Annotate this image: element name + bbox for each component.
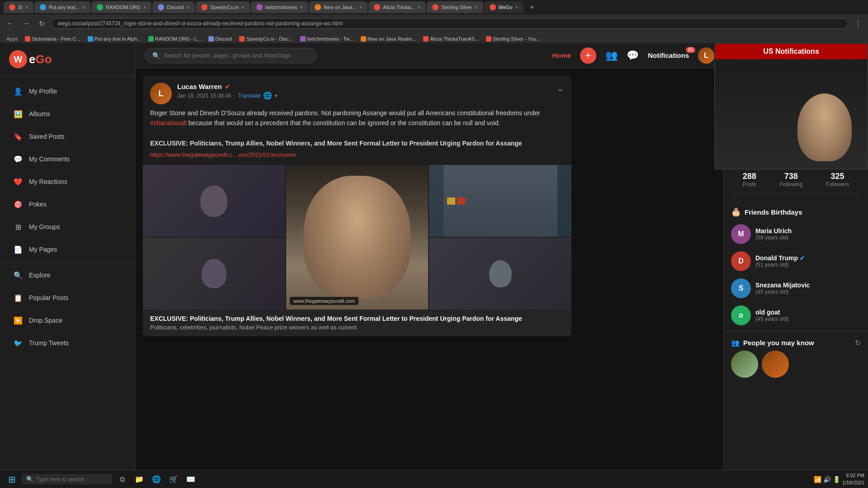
reload-button[interactable]: ↻ (36, 18, 47, 30)
post-author-name: Lucas Warren ✔ (177, 83, 551, 90)
browser-tabs: Sl × Put any text... × RANDOM.ORG × Disc… (0, 0, 868, 14)
tab-discord[interactable]: Discord × (152, 1, 195, 13)
webcam-content: US Notifications (715, 44, 867, 169)
bookmark-speedyco[interactable]: SpeedyCo.in - Disc... (236, 35, 295, 42)
add-post-button[interactable]: + (580, 47, 596, 64)
search-container[interactable]: 🔍 (145, 48, 316, 63)
bookmark-java[interactable]: New on Java Realm... (358, 35, 419, 42)
taskbar-clock[interactable]: 9:02 PM 1/18/2021 (842, 472, 864, 486)
tab-wego[interactable]: WeGo × (484, 1, 524, 13)
reactions-icon: ❤️ (13, 176, 24, 187)
taskbar-explorer-icon[interactable]: 📁 (131, 471, 147, 488)
tab-new[interactable]: + (524, 0, 539, 14)
taskbar-search-container[interactable]: 🔍 (22, 474, 112, 484)
post-header: L Lucas Warren ✔ Jan 18, 2021 15:38:46 ·… (143, 75, 571, 108)
home-button[interactable]: Home (552, 52, 571, 59)
saved-icon: 🔖 (13, 131, 24, 142)
network-icon: 📶 (814, 476, 821, 483)
followers-label: Followers (826, 181, 849, 188)
browser-chrome: Sl × Put any text... × RANDOM.ORG × Disc… (0, 0, 868, 43)
sidebar-label-explore: Explore (29, 272, 50, 279)
sidebar-label-mypages: My Pages (29, 246, 57, 253)
bookmark-twitch[interactable]: twitchmrbones - Tw... (297, 35, 356, 42)
sidebar-divider (0, 262, 135, 263)
store-icon: 🛒 (169, 475, 178, 483)
feed-area: L Lucas Warren ✔ Jan 18, 2021 15:38:46 ·… (136, 68, 579, 488)
sidebar-item-mycomments[interactable]: 💬 My Comments (4, 148, 132, 170)
sidebar-label-mygroups: My Groups (29, 223, 60, 230)
birthday-item-snezana: S Snezana Mijatovic (45 years old) (724, 275, 868, 302)
sidebar-item-trumptweets[interactable]: 🐦 Trump Tweets (4, 332, 132, 354)
system-tray: 📶 🔊 🔋 (814, 476, 840, 483)
birthdays-section-header: 🎂 Friends Birthdays (724, 201, 868, 221)
sidebar-item-savedposts[interactable]: 🔖 Saved Posts (4, 126, 132, 147)
post-meta: Lucas Warren ✔ Jan 18, 2021 15:38:46 · T… (177, 83, 551, 100)
post-link[interactable]: https://www.thegatewaypundit.c....om/202… (150, 150, 564, 160)
birthdays-title: Friends Birthdays (745, 208, 802, 216)
snezana-avatar: S (731, 278, 751, 298)
bookmark-discord[interactable]: Discord (206, 35, 235, 42)
notifications-button[interactable]: Notifications 85 (648, 52, 689, 59)
sidebar-item-myreactions[interactable]: ❤️ My Reactions (4, 171, 132, 192)
post-hashtag[interactable]: #sharialawall (150, 119, 187, 127)
tab-puttextinalph[interactable]: Put any text... × (34, 1, 90, 13)
image-cell-center: www.thegatewaypundit.com (286, 165, 429, 310)
tab-random[interactable]: RANDOM.ORG × (91, 1, 151, 13)
snezana-age: (45 years old) (755, 289, 810, 295)
forward-button[interactable]: → (20, 18, 33, 29)
extensions-button[interactable]: ⋮ (852, 18, 864, 30)
back-button[interactable]: ← (4, 18, 16, 29)
people-icon: 👥 (731, 339, 740, 347)
post-image-grid: www.thegatewaypundit.com (143, 165, 571, 310)
taskbar-mail-icon[interactable]: ✉️ (183, 471, 199, 488)
sidebar-item-dropspace[interactable]: ▶️ Drop.Space (4, 310, 132, 331)
birthday-info-maria: Maria Ulrich (58 years old) (755, 227, 792, 241)
taskbar-store-icon[interactable]: 🛒 (165, 471, 182, 488)
people-header: 👥 People you may know ↻ (731, 338, 861, 347)
sidebar-item-albums[interactable]: 🖼️ Albums (4, 103, 132, 125)
start-button[interactable]: ⊞ (4, 471, 20, 488)
mail-icon: ✉️ (186, 475, 195, 483)
translate-link[interactable]: Translate (238, 93, 261, 99)
post-body: Roger Stone and Dinesh D'Souza already r… (143, 108, 571, 165)
taskbar-tasklist-icon[interactable]: ⧉ (114, 471, 130, 488)
tab-speedyco[interactable]: SpeedyCo.in × (196, 1, 250, 13)
friends-icon[interactable]: 👥 (605, 50, 618, 61)
sidebar-item-mygroups[interactable]: ⊞ My Groups (4, 216, 132, 238)
search-input[interactable] (164, 52, 309, 59)
followers-value: 325 (826, 172, 849, 181)
tab-twitch[interactable]: twitchmrbones × (251, 1, 308, 13)
bookmark-apps[interactable]: Apps (4, 35, 20, 42)
sidebar-item-myprofile[interactable]: 👤 My Profile (4, 80, 132, 102)
sidebar-label-pokes: Pokes (29, 201, 47, 208)
groups-icon: ⊞ (13, 221, 24, 232)
chevron-down-icon: ▾ (275, 93, 278, 99)
bookmark-sterling[interactable]: Sterling Silver - You... (483, 35, 543, 42)
bookmark-slotomania[interactable]: Slotomania - Free C... (22, 35, 83, 42)
birthday-info-trump: Donald Trump ✔ (51 years old) (755, 254, 805, 268)
user-avatar-topbar[interactable]: L (698, 47, 714, 64)
bookmark-puttext[interactable]: Put any text in Alph... (85, 35, 144, 42)
refresh-people-button[interactable]: ↻ (855, 338, 861, 347)
tab-alicia[interactable]: Alicia Thicka... × (368, 1, 426, 13)
tab-sterling[interactable]: Sterling Silver × (427, 1, 483, 13)
sidebar-item-pokes[interactable]: 🎯 Pokes (4, 193, 132, 215)
address-bar[interactable]: wego.social/post/2745724_roger-stone-and… (51, 18, 848, 29)
tab-java[interactable]: New on Java... × (309, 1, 368, 13)
post-card: L Lucas Warren ✔ Jan 18, 2021 15:38:46 ·… (143, 75, 571, 336)
messages-icon[interactable]: 💬 (627, 50, 639, 61)
birthday-cake-icon: 🎂 (731, 207, 741, 217)
sidebar-label-dropspace: Drop.Space (29, 317, 62, 324)
bookmark-random[interactable]: RANDOM.ORG - L... (146, 35, 204, 42)
volume-icon: 🔊 (823, 476, 831, 483)
bookmark-alicia[interactable]: Alicia ThickaTranAS... (420, 35, 481, 42)
taskbar-chrome-icon[interactable]: 🌐 (148, 471, 165, 488)
taskbar-search-input[interactable] (36, 476, 108, 483)
sidebar-item-mypages[interactable]: 📄 My Pages (4, 239, 132, 260)
post-menu-button[interactable]: ⌄ (557, 83, 564, 94)
tab-slotomania[interactable]: Sl × (4, 1, 33, 13)
date-display: 1/18/2021 (842, 479, 864, 486)
sidebar-item-popularposts[interactable]: 📋 Popular Posts (4, 287, 132, 309)
pokes-icon: 🎯 (13, 199, 24, 210)
sidebar-item-explore[interactable]: 🔍 Explore (4, 264, 132, 286)
